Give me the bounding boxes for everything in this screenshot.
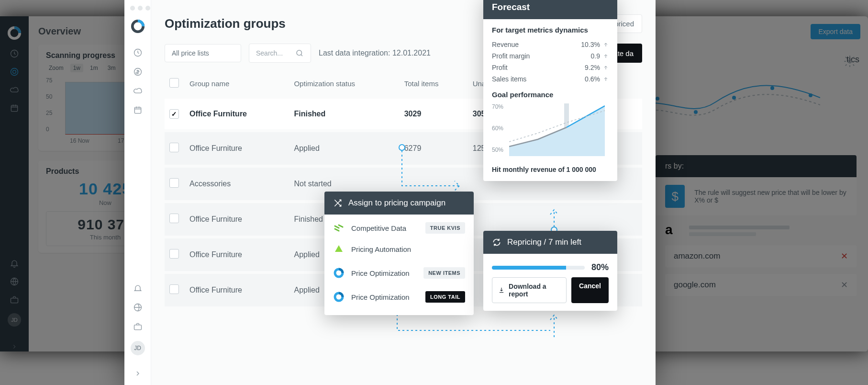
campaign-icon <box>333 267 345 279</box>
ytick: 60% <box>492 125 503 132</box>
repricing-panel: Repricing / 7 min left 80% Download a re… <box>483 231 617 311</box>
ytick: 50% <box>492 147 503 153</box>
assign-item[interactable]: Price Optimization NEW ITEMS <box>324 260 474 283</box>
price-list-select[interactable]: All price lists <box>165 44 241 62</box>
forecast-metric: Sales items0.6% <box>492 73 609 85</box>
chevron-right-icon[interactable] <box>134 370 142 377</box>
forecast-title: Forecast <box>483 0 617 19</box>
campaign-tag: NEW ITEMS <box>423 267 465 279</box>
repricing-title: Repricing / 7 min left <box>507 238 581 247</box>
campaign-tag: TRUE KVIS <box>425 222 465 234</box>
assign-campaign-panel: Assign to pricing campaign Competitive D… <box>324 192 474 315</box>
row-checkbox[interactable] <box>169 143 179 152</box>
forecast-panel: Forecast For target metrics dynamics Rev… <box>483 0 617 181</box>
page-title: Optimization groups <box>165 16 286 31</box>
assign-title: Assign to pricing campaign <box>348 198 445 208</box>
goal-label: Goal performance <box>492 91 609 99</box>
calendar-icon[interactable] <box>133 105 143 115</box>
app-logo-icon <box>131 19 145 34</box>
search-icon <box>295 49 304 57</box>
briefcase-icon[interactable] <box>133 322 143 331</box>
row-checkbox[interactable] <box>169 284 179 294</box>
row-name: Office Furniture <box>185 237 289 272</box>
row-name: Office Furniture <box>185 97 289 131</box>
bell-icon[interactable] <box>133 283 143 293</box>
main-sidebar: JD <box>124 0 151 385</box>
download-icon <box>498 286 505 294</box>
campaign-icon <box>333 243 345 255</box>
ytick: 70% <box>492 103 503 110</box>
search-input[interactable]: Search... <box>249 44 311 63</box>
row-name: Accessories <box>185 166 289 202</box>
row-status: Finished <box>289 97 399 131</box>
forecast-subtitle: For target metrics dynamics <box>492 26 609 34</box>
svg-point-20 <box>399 145 405 150</box>
row-name: Office Furniture <box>185 202 289 237</box>
globe-icon[interactable] <box>133 303 143 312</box>
row-checkbox[interactable] <box>169 178 179 188</box>
clock-icon[interactable] <box>133 48 143 57</box>
arrow-up-icon <box>603 42 609 47</box>
refresh-icon <box>492 238 501 247</box>
row-checkbox[interactable] <box>169 214 179 223</box>
svg-rect-16 <box>134 107 141 113</box>
assign-item[interactable]: Competitive Data TRUE KVIS <box>324 215 474 238</box>
campaign-label: Pricing Automation <box>351 245 465 253</box>
assign-item[interactable]: Pricing Automation <box>324 238 474 260</box>
arrow-up-icon <box>603 53 609 59</box>
currency-icon[interactable] <box>133 67 143 77</box>
checkbox-all[interactable] <box>169 78 179 88</box>
col-status: Optimization status <box>289 71 399 97</box>
campaign-icon <box>333 222 345 234</box>
row-name: Office Furniture <box>185 131 289 166</box>
cancel-button[interactable]: Cancel <box>571 277 609 303</box>
arrow-up-icon <box>603 65 609 70</box>
campaign-icon <box>333 291 345 303</box>
forecast-metric: Profit margin0.9 <box>492 50 609 62</box>
forecast-hit: Hit monthly revenue of 1 000 000 <box>483 166 617 173</box>
shuffle-icon <box>333 198 343 208</box>
row-checkbox[interactable] <box>169 249 179 259</box>
cloud-sync-icon[interactable] <box>133 86 143 96</box>
col-total: Total items <box>400 71 468 97</box>
forecast-metric: Revenue10.3% <box>492 39 609 50</box>
row-status: Applied <box>289 131 399 166</box>
window-traffic-lights <box>130 6 150 11</box>
row-checkbox[interactable] <box>169 109 179 119</box>
row-name: Office Furniture <box>185 272 289 306</box>
arrow-up-icon <box>603 76 609 82</box>
user-avatar[interactable]: JD <box>131 341 145 355</box>
progress-bar <box>492 266 585 270</box>
forecast-metric: Profit9.2% <box>492 62 609 73</box>
svg-point-19 <box>297 50 302 56</box>
assign-item[interactable]: Price Optimization LONG TAIL <box>324 283 474 307</box>
svg-rect-18 <box>134 325 141 330</box>
goal-chart <box>509 103 605 156</box>
col-name: Group name <box>185 71 289 97</box>
download-report-button[interactable]: Download a report <box>492 277 567 303</box>
last-integration-label: Last data integration: 12.01.2021 <box>319 49 431 57</box>
campaign-tag: LONG TAIL <box>425 291 465 303</box>
campaign-label: Competitive Data <box>351 224 425 232</box>
campaign-label: Price Optimization <box>351 269 423 277</box>
row-total: 3029 <box>400 97 468 131</box>
campaign-label: Price Optimization <box>351 293 425 301</box>
progress-percent: 80% <box>591 262 609 272</box>
